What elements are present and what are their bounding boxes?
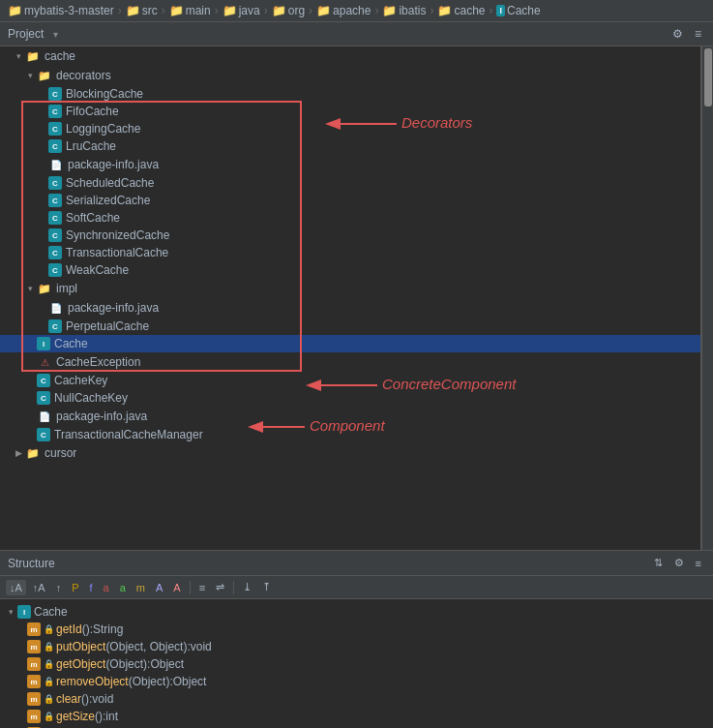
tree-item-ScheduledCache[interactable]: C ScheduledCache	[0, 174, 700, 192]
method-name: removeObject	[56, 675, 129, 688]
breadcrumb-item-apache[interactable]: 📁 apache	[316, 4, 371, 17]
tree-item-TransactionalCacheManager[interactable]: C TransactionalCacheManager	[0, 426, 700, 443]
show-public-button[interactable]: P	[68, 580, 82, 595]
tree-item-SynchronizedCache[interactable]: C SynchronizedCache	[0, 227, 700, 244]
lock-icon: 🔒	[44, 659, 54, 669]
file-icon: 📄	[48, 300, 64, 316]
tree-item-cache[interactable]: ▾ 📁 cache	[0, 46, 700, 66]
breadcrumb-item-Cache[interactable]: I Cache	[496, 4, 540, 17]
folder-icon: 📁	[437, 4, 452, 17]
collapse-all-button[interactable]: ⇌	[212, 579, 228, 595]
tree-item-LoggingCache[interactable]: C LoggingCache	[0, 120, 700, 137]
structure-align-button[interactable]: ⚙	[670, 555, 688, 571]
tree-item-impl[interactable]: ▾ 📁 impl	[0, 279, 700, 298]
method-icon: m	[27, 710, 41, 723]
tree-item-WeakCache[interactable]: C WeakCache	[0, 261, 700, 279]
tree-item-label: SoftCache	[66, 211, 120, 225]
show-all1-button[interactable]: a	[100, 580, 113, 595]
method-icon: m	[27, 675, 41, 688]
lock-icon: 🔒	[44, 677, 54, 686]
tree-item-Cache[interactable]: I Cache	[0, 335, 700, 352]
tree-item-package-info-dec[interactable]: 📄 package-info.java	[0, 155, 700, 174]
method-icon: m	[27, 622, 41, 636]
vertical-scrollbar[interactable]	[701, 46, 713, 550]
sort-za-button[interactable]: ↑A	[29, 580, 49, 595]
tree-item-LruCache[interactable]: C LruCache	[0, 137, 700, 155]
tree-item-cursor[interactable]: ▶ 📁 cursor	[0, 443, 700, 463]
lock-icon: 🔒	[44, 624, 54, 634]
method-name: getSize	[56, 710, 95, 723]
show-all2-button[interactable]: a	[116, 580, 130, 595]
tree-item-label: cursor	[45, 446, 76, 460]
folder-icon: 📁	[37, 68, 52, 83]
struct-item-getSize[interactable]: m 🔒 getSize (): int	[0, 708, 713, 725]
structure-header: Structure ⇅ ⚙ ≡	[0, 551, 713, 576]
show-all3-button[interactable]: A	[169, 580, 184, 595]
interface-icon: I	[496, 5, 505, 16]
tree-item-package-info-cache[interactable]: 📄 package-info.java	[0, 407, 700, 426]
folder-icon: 📁	[272, 4, 286, 17]
tree-item-NullCacheKey[interactable]: C NullCacheKey	[0, 389, 700, 407]
tree-item-label: TransactionalCacheManager	[54, 428, 203, 441]
tree-item-SerializedCache[interactable]: C SerializedCache	[0, 192, 700, 209]
folder-icon: 📁	[223, 4, 237, 17]
folder-icon: 📁	[25, 445, 41, 461]
file-tree[interactable]: ▾ 📁 cache ▾ 📁 decorators C BlockingCache…	[0, 46, 701, 550]
show-abstract-button[interactable]: A	[152, 580, 166, 595]
class-icon: C	[37, 428, 50, 441]
structure-tree[interactable]: ▾ I Cache m 🔒 getId (): String m 🔒 putOb…	[0, 599, 713, 728]
tree-item-package-info-impl[interactable]: 📄 package-info.java	[0, 298, 700, 318]
method-name: putObject	[56, 640, 105, 653]
class-icon: C	[48, 87, 62, 101]
show-fields-button[interactable]: f	[86, 580, 97, 595]
tree-item-FifoCache[interactable]: C FifoCache	[0, 103, 700, 120]
toolbar-divider	[190, 581, 191, 594]
breadcrumb-item-java[interactable]: 📁 java	[223, 4, 260, 17]
expand-all-button[interactable]: ≡	[195, 580, 209, 595]
toolbar-settings-button[interactable]: ⚙	[668, 25, 687, 43]
chevron-down-icon[interactable]: ▾	[53, 29, 58, 40]
breadcrumb-item-root[interactable]: 📁 mybatis-3-master	[8, 4, 114, 17]
tree-item-label: TransactionalCache	[66, 246, 168, 259]
structure-panel: Structure ⇅ ⚙ ≡ ↓A ↑A ↑ P f a a m A A ≡ …	[0, 550, 713, 728]
sort-up-button[interactable]: ↑	[52, 580, 66, 595]
struct-item-clear[interactable]: m 🔒 clear (): void	[0, 690, 713, 708]
folder-icon: 📁	[382, 4, 397, 17]
toolbar-options-button[interactable]: ≡	[691, 25, 705, 43]
breadcrumb-item-cache[interactable]: 📁 cache	[437, 4, 485, 17]
struct-item-Cache-root[interactable]: ▾ I Cache	[0, 603, 713, 621]
struct-item-getId[interactable]: m 🔒 getId (): String	[0, 621, 713, 638]
tree-item-label: BlockingCache	[66, 87, 143, 101]
tree-item-CacheKey[interactable]: C CacheKey	[0, 372, 700, 389]
tree-item-SoftCache[interactable]: C SoftCache	[0, 209, 700, 227]
struct-item-removeObject[interactable]: m 🔒 removeObject (Object): Object	[0, 673, 713, 690]
show-methods-button[interactable]: m	[133, 580, 149, 595]
class-icon: C	[48, 122, 62, 136]
navigate-up-button[interactable]: ⤒	[258, 579, 275, 595]
structure-toolbar: ↓A ↑A ↑ P f a a m A A ≡ ⇌ ⤓ ⤒	[0, 576, 713, 599]
breadcrumb-org-label: org	[288, 4, 305, 17]
breadcrumb-item-src[interactable]: 📁 src	[126, 4, 158, 17]
struct-item-putObject[interactable]: m 🔒 putObject (Object, Object): void	[0, 638, 713, 655]
tree-item-decorators[interactable]: ▾ 📁 decorators	[0, 66, 700, 85]
tree-item-CacheException[interactable]: ⚠ CacheException	[0, 352, 700, 372]
tree-item-PerpetualCache[interactable]: C PerpetualCache	[0, 318, 700, 335]
breadcrumb-item-ibatis[interactable]: 📁 ibatis	[382, 4, 426, 17]
breadcrumb-item-org[interactable]: 📁 org	[272, 4, 305, 17]
tree-item-BlockingCache[interactable]: C BlockingCache	[0, 85, 700, 103]
structure-more-button[interactable]: ≡	[692, 556, 705, 571]
tree-item-label: SynchronizedCache	[66, 228, 169, 242]
sort-az-button[interactable]: ↓A	[6, 580, 26, 595]
breadcrumb-item-main[interactable]: 📁 main	[169, 4, 211, 17]
class-icon: C	[48, 246, 62, 259]
class-icon: C	[48, 139, 62, 153]
tree-item-TransactionalCache[interactable]: C TransactionalCache	[0, 244, 700, 261]
navigate-down-button[interactable]: ⤓	[239, 579, 255, 595]
struct-item-getObject[interactable]: m 🔒 getObject (Object): Object	[0, 655, 713, 673]
file-icon: 📄	[48, 157, 64, 172]
structure-panel-title: Structure	[8, 557, 55, 570]
structure-sort-button[interactable]: ⇅	[650, 555, 667, 571]
project-label: Project	[8, 27, 44, 41]
class-icon: C	[48, 211, 62, 225]
method-name: getObject	[56, 657, 105, 671]
